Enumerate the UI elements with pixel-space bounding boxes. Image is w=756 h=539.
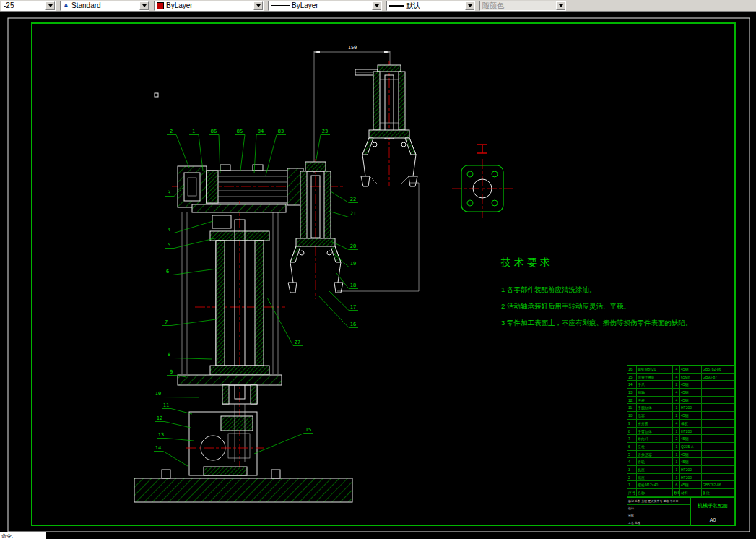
part-callout: 22 — [350, 197, 356, 202]
parts-list-title-block: 16螺钉M8×20445钢GB5782-8615弹簧垫圈8465MnGB93-8… — [627, 365, 735, 525]
model-space-canvas[interactable]: 150 — [0, 12, 756, 532]
base-mechanism-view — [186, 404, 264, 475]
color-value: ByLayer — [166, 1, 193, 9]
gripper-top-view — [355, 61, 417, 186]
bom-cell: 备注 — [702, 489, 734, 496]
bom-cell: HT200 — [680, 428, 702, 435]
part-callout: 15 — [305, 427, 311, 433]
grip-point[interactable] — [155, 93, 158, 97]
bom-cell: 螺栓M12×40 — [637, 481, 673, 488]
color-swatch-icon — [157, 2, 164, 9]
bom-row: 6立柱1Q235-A — [627, 443, 734, 451]
bom-row: 7导向杆245钢 — [627, 435, 734, 443]
bom-cell: 2 — [673, 435, 680, 442]
bom-cell: 45钢 — [680, 451, 702, 458]
object-properties-toolbar: -25 A Standard ByLayer ByLayer 默认 随颜色 — [0, 0, 756, 12]
lineweight-sample-icon — [389, 5, 404, 7]
drawing-title: 机械手装配图 — [691, 498, 734, 514]
bom-cell: 1 — [673, 443, 680, 450]
bom-cell: Q235-A — [680, 443, 702, 450]
bom-cell — [702, 458, 734, 465]
bom-cell: 13 — [627, 389, 637, 396]
bom-cell: 65Mn — [680, 374, 702, 381]
part-callout: 6 — [166, 269, 169, 275]
part-callout: 21 — [350, 211, 356, 217]
bom-cell: 45钢 — [680, 366, 702, 373]
bom-cell: 7 — [627, 435, 637, 442]
chevron-down-icon[interactable] — [139, 1, 149, 10]
chevron-down-icon[interactable] — [253, 1, 263, 10]
part-callout: 83 — [278, 129, 284, 134]
lineweight-value: 默认 — [406, 1, 420, 10]
bom-cell: GB5782-86 — [702, 481, 734, 488]
textstyle-value: Standard — [71, 1, 101, 9]
bom-cell: 4 — [673, 366, 680, 373]
bom-cell: 16 — [627, 366, 637, 373]
title-block-signature-area: 标记 处数 分区 更改文件号 签名 年月日设计审核工艺 批准 — [627, 498, 691, 526]
bom-row: 14手爪245钢 — [627, 381, 734, 389]
bom-cell: 4 — [627, 458, 637, 465]
color-combo[interactable]: ByLayer — [154, 1, 264, 11]
lineweight-combo[interactable]: 默认 — [386, 1, 475, 11]
part-callout: 3 — [168, 190, 170, 196]
bom-cell — [702, 404, 734, 411]
bom-cell: 齿轮 — [637, 458, 673, 465]
bom-header-row: 序号名称数量材料备注 — [627, 489, 734, 497]
bom-cell: 45钢 — [680, 412, 702, 419]
bom-cell: 5 — [627, 451, 637, 458]
bom-row: 8手臂缸体1HT200 — [627, 428, 734, 436]
bom-cell: 齿条活塞 — [637, 451, 673, 458]
bom-cell: 45钢 — [680, 381, 702, 388]
bom-cell: 11 — [627, 404, 637, 411]
part-callout: 2 — [170, 129, 173, 134]
part-callout: 20 — [350, 243, 356, 249]
part-callout: 12 — [157, 415, 162, 421]
bom-cell: 2 — [673, 381, 680, 388]
bom-cell: 9 — [627, 420, 637, 427]
chevron-down-icon[interactable] — [45, 1, 55, 10]
bom-cell: HT200 — [680, 404, 702, 411]
plotstyle-value: 随颜色 — [482, 1, 504, 10]
bom-cell — [702, 381, 734, 388]
bom-cell — [702, 451, 734, 458]
tech-requirements-title: 技术要求 — [501, 256, 711, 270]
textstyle-combo[interactable]: A Standard — [60, 1, 149, 11]
title-block-label-row: 标记 处数 分区 更改文件号 签名 年月日 — [627, 498, 690, 505]
bom-cell: 12 — [627, 397, 637, 404]
bom-cell: GB5782-86 — [702, 366, 734, 373]
bom-row: 1螺栓M12×40645钢GB5782-86 — [627, 481, 734, 489]
bom-cell: 名称 — [637, 489, 673, 496]
sheet-size: A0 — [691, 514, 734, 526]
bom-row: 16螺钉M8×20445钢GB5782-86 — [627, 366, 734, 374]
bom-row: 5齿条活塞145钢 — [627, 451, 734, 459]
bom-cell: 1 — [673, 466, 680, 473]
tech-requirement-item: 1 各零部件装配前应清洗涂油。 — [501, 281, 711, 298]
bom-cell: 14 — [627, 381, 637, 388]
bom-cell: 导向杆 — [637, 435, 673, 442]
tech-requirements-list: 1 各零部件装配前应清洗涂油。2 活动轴承装好后用手转动应灵活、平稳。3 零件加… — [501, 281, 711, 331]
part-callout: 7 — [165, 319, 168, 325]
bom-cell: 序号 — [627, 489, 637, 496]
part-callout: 84 — [258, 129, 264, 134]
part-callout: 86 — [211, 129, 217, 134]
part-callout: 23 — [322, 129, 328, 134]
chevron-down-icon[interactable] — [372, 1, 381, 10]
bom-cell — [702, 389, 734, 396]
section-mark-icon — [477, 145, 487, 153]
linetype-sample-icon — [271, 5, 290, 6]
bom-cell — [702, 412, 734, 419]
bom-cell: 6 — [627, 443, 637, 450]
bom-cell: 1 — [627, 481, 637, 488]
part-callout: 19 — [350, 261, 356, 267]
chevron-down-icon[interactable] — [465, 1, 474, 10]
command-line[interactable]: 命令: — [0, 532, 46, 539]
bom-cell: 6 — [673, 481, 680, 488]
bom-cell: 手臂缸体 — [637, 428, 673, 435]
linetype-combo[interactable]: ByLayer — [268, 1, 382, 11]
bom-cell: 45钢 — [680, 458, 702, 465]
dimstyle-combo[interactable]: -25 — [1, 1, 56, 11]
text-style-icon: A — [63, 2, 69, 9]
bom-cell: 4 — [673, 420, 680, 427]
bom-cell: 45钢 — [680, 435, 702, 442]
bom-cell: 连杆 — [637, 397, 673, 404]
